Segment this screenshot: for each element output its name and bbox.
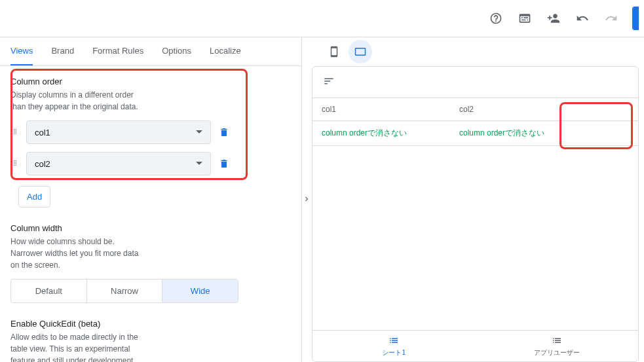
delete-button[interactable] [216, 156, 232, 172]
top-toolbar [0, 0, 644, 37]
tab-options[interactable]: Options [162, 37, 191, 65]
column-header[interactable]: col1 [313, 98, 450, 120]
nav-item-sheet1[interactable]: シート1 [313, 331, 476, 361]
drag-handle-icon[interactable] [10, 158, 21, 170]
column-order-title: Column order [10, 77, 291, 86]
column-order-row: col2 [10, 152, 291, 175]
nav-label: シート1 [382, 348, 406, 357]
section-quickedit: Enable QuickEdit (beta) Allow edits to b… [10, 319, 291, 362]
list-icon [388, 335, 400, 347]
settings-content: Column order Display columns in a differ… [0, 66, 301, 362]
chevron-right-icon [302, 194, 311, 206]
column-width-group: Default Narrow Wide [10, 279, 238, 303]
preview-toolbar [312, 37, 644, 66]
tablet-view-button[interactable] [349, 40, 372, 63]
right-panel: col1 col2 column orderで消さない column order… [312, 37, 644, 362]
tabs: Views Brand Format Rules Options Localiz… [0, 37, 301, 66]
nav-label: アプリユーザー [534, 348, 580, 357]
table-row[interactable]: column orderで消さない column orderで消さない [313, 121, 638, 146]
side-panel-handle[interactable] [632, 7, 639, 30]
preview-table: col1 col2 column orderで消さない column order… [313, 98, 638, 330]
main-split: Views Brand Format Rules Options Localiz… [0, 37, 644, 362]
column-order-desc: Display columns in a different order tha… [10, 89, 142, 113]
column-width-title: Column width [10, 223, 291, 233]
chevron-down-icon [196, 160, 202, 167]
console-icon[interactable] [512, 5, 538, 31]
column-select-label: col2 [35, 159, 50, 169]
preview-body: col1 col2 column orderで消さない column order… [312, 66, 639, 362]
width-option-wide[interactable]: Wide [162, 280, 238, 302]
column-width-desc: How wide columns should be. Narrower wid… [10, 236, 142, 271]
quickedit-desc: Allow edits to be made directly in the t… [10, 331, 142, 362]
share-icon[interactable] [540, 5, 567, 31]
width-option-narrow[interactable]: Narrow [87, 280, 163, 302]
chevron-down-icon [196, 129, 202, 136]
width-option-default[interactable]: Default [11, 280, 87, 302]
bottom-nav: シート1 アプリユーザー [313, 330, 638, 361]
sort-icon[interactable] [323, 75, 335, 89]
column-header[interactable]: col2 [450, 98, 555, 120]
quickedit-title: Enable QuickEdit (beta) [10, 319, 291, 329]
table-cell: column orderで消さない [450, 121, 555, 145]
section-column-order: Column order Display columns in a differ… [10, 77, 291, 208]
redo-icon[interactable] [598, 5, 624, 31]
drag-handle-icon[interactable] [10, 127, 21, 138]
preview-header [313, 67, 638, 98]
left-panel: Views Brand Format Rules Options Localiz… [0, 37, 301, 362]
mobile-view-button[interactable] [322, 40, 346, 63]
column-select[interactable]: col2 [26, 152, 211, 175]
undo-icon[interactable] [569, 5, 596, 31]
help-icon[interactable] [483, 5, 509, 31]
nav-item-appuser[interactable]: アプリユーザー [476, 331, 639, 361]
section-column-width: Column width How wide columns should be.… [10, 223, 291, 303]
panel-divider[interactable] [301, 37, 312, 362]
list-icon [551, 335, 563, 347]
table-cell: column orderで消さない [313, 121, 450, 145]
tab-views[interactable]: Views [10, 37, 33, 65]
tab-brand[interactable]: Brand [51, 37, 74, 65]
column-order-row: col1 [10, 120, 291, 144]
column-select-label: col1 [35, 128, 50, 137]
table-header-row: col1 col2 [313, 98, 638, 121]
tab-localize[interactable]: Localize [210, 37, 241, 65]
column-select[interactable]: col1 [26, 120, 211, 144]
tab-format-rules[interactable]: Format Rules [92, 37, 143, 65]
add-button[interactable]: Add [18, 186, 50, 208]
delete-button[interactable] [216, 124, 232, 140]
